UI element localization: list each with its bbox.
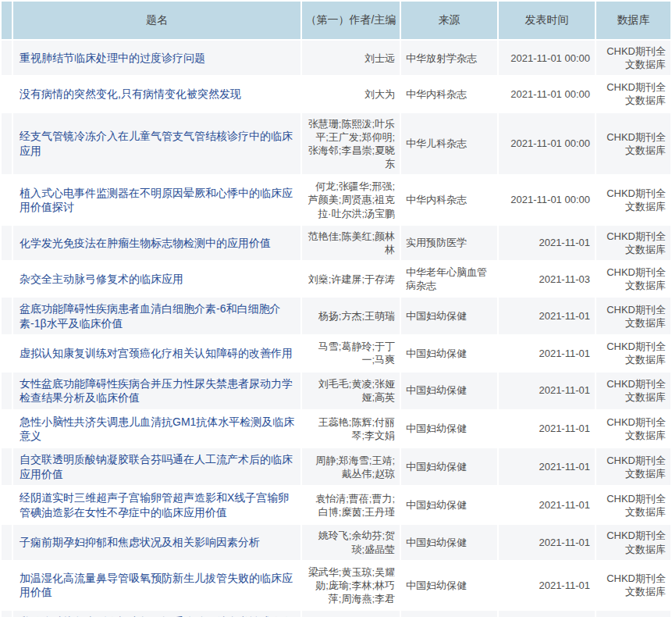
author-cell: 刘毛毛;黄凌;张娅娅;高英 — [302, 373, 400, 409]
source-cell: 中国妇幼保健 — [401, 298, 497, 334]
table-row: 虚拟认知康复训练对宫颈癌化疗相关认知障碍的改善作用马雪;葛静玲;于丁一;马爽中国… — [2, 336, 670, 370]
row-selector-cell — [2, 176, 12, 223]
table-row: 经阴道实时三维超声子宫输卵管超声造影和X线子宫输卵管碘油造影在女性不孕症中的临床… — [2, 487, 670, 523]
article-title-cell: 加温湿化高流量鼻导管吸氧预防新生儿拔管失败的临床应用价值 — [13, 562, 300, 609]
row-selector-cell — [2, 41, 12, 75]
date-cell: 2021-11-01 — [499, 487, 595, 523]
article-title-cell: 虚拟认知康复训练对宫颈癌化疗相关认知障碍的改善作用 — [13, 336, 300, 370]
database-cell: CHKD期刊全文数据库 — [596, 226, 670, 260]
column-header-date: 发表时间 — [499, 2, 595, 39]
article-title-link[interactable]: 杂交全主动脉弓修复术的临床应用 — [20, 273, 183, 285]
article-title-link[interactable]: 急性小脑性共济失调患儿血清抗GM1抗体水平检测及临床意义 — [20, 415, 294, 442]
author-cell: 黄健民;贾利平;骆喜燕;吴恺东 — [302, 611, 400, 617]
article-title-link[interactable]: 重视肺结节临床处理中的过度诊疗问题 — [20, 52, 205, 64]
table-body: 重视肺结节临床处理中的过度诊疗问题刘士远中华放射学杂志2021-11-01 00… — [2, 41, 670, 617]
database-cell: CHKD期刊全文数据库 — [596, 41, 670, 75]
row-selector-cell — [2, 336, 12, 370]
database-cell: CHKD期刊全文数据库 — [596, 487, 670, 523]
search-results-table: 题名 （第一）作者/主编 来源 发表时间 数据库 重视肺结节临床处理中的过度诊疗… — [0, 0, 672, 617]
row-selector-cell — [2, 411, 12, 448]
date-cell: 2021-11-01 — [499, 226, 595, 260]
source-cell: 中国妇幼保健 — [401, 448, 497, 485]
table-row: 自交联透明质酸钠凝胶联合芬吗通在人工流产术后的临床应用价值周静;郑海雪;王靖;戴… — [2, 448, 670, 485]
article-title-cell: 没有病情的突然变化,只有病情变化被突然发现 — [13, 77, 300, 111]
article-title-link[interactable]: 虚拟认知康复训练对宫颈癌化疗相关认知障碍的改善作用 — [20, 347, 293, 359]
source-cell: 中国妇幼保健 — [401, 611, 497, 617]
date-cell: 2021-11-01 — [499, 411, 595, 448]
date-cell: 2021-11-01 00:00 — [499, 77, 595, 111]
selector-column-header — [2, 2, 12, 39]
article-title-link[interactable]: 自交联透明质酸钠凝胶联合芬吗通在人工流产术后的临床应用价值 — [20, 453, 293, 480]
source-cell: 中国妇幼保健 — [401, 373, 497, 409]
column-header-database: 数据库 — [596, 2, 670, 39]
row-selector-cell — [2, 562, 12, 609]
table-row: 化学发光免疫法在肿瘤生物标志物检测中的应用价值范艳佳;陈美红;颜林林实用预防医学… — [2, 226, 670, 260]
column-header-title: 题名 — [13, 2, 300, 39]
column-header-source: 来源 — [401, 2, 497, 39]
date-cell: 2021-11-01 — [499, 611, 595, 617]
source-cell: 中华老年心脑血管病杂志 — [401, 262, 497, 296]
database-cell: CHKD期刊全文数据库 — [596, 562, 670, 609]
database-cell: CHKD期刊全文数据库 — [596, 448, 670, 485]
source-cell: 中华内科杂志 — [401, 176, 497, 223]
database-cell: CHKD期刊全文数据库 — [596, 525, 670, 559]
author-cell: 梁武华;黄玉琼;吴耀勋;庞瑜;李林;林巧萍;周海燕;李君 — [302, 562, 400, 609]
author-cell: 周静;郑海雪;王靖;戴丛伟;赵琼 — [302, 448, 400, 485]
row-selector-cell — [2, 298, 12, 334]
date-cell: 2021-11-01 — [499, 525, 595, 559]
column-header-author: （第一）作者/主编 — [302, 2, 400, 39]
table-row: 加温湿化高流量鼻导管吸氧预防新生儿拔管失败的临床应用价值梁武华;黄玉琼;吴耀勋;… — [2, 562, 670, 609]
table-row: 经支气管镜冷冻介入在儿童气管支气管结核诊疗中的临床应用张慧珊;陈熙泼;叶乐平;王… — [2, 113, 670, 175]
article-title-cell: 经阴道实时三维超声子宫输卵管超声造影和X线子宫输卵管碘油造影在女性不孕症中的临床… — [13, 487, 300, 523]
article-title-cell: 乳腺小肿块超声影像报告与数据系统特征结合弹性成像在早期乳腺癌诊断中的价值研究 — [13, 611, 300, 617]
table-row: 没有病情的突然变化,只有病情变化被突然发现刘大为中华内科杂志2021-11-01… — [2, 77, 670, 111]
table-row: 女性盆底功能障碍性疾病合并压力性尿失禁患者尿动力学检查结果分析及临床价值刘毛毛;… — [2, 373, 670, 409]
row-selector-cell — [2, 611, 12, 617]
article-title-link[interactable]: 没有病情的突然变化,只有病情变化被突然发现 — [20, 87, 241, 100]
source-cell: 中国妇幼保健 — [401, 562, 497, 609]
row-selector-cell — [2, 262, 12, 296]
table-row: 盆底功能障碍性疾病患者血清白细胞介素-6和白细胞介素-1β水平及临床价值杨扬;方… — [2, 298, 670, 334]
source-cell: 中华内科杂志 — [401, 77, 497, 111]
database-cell: CHKD期刊全文数据库 — [596, 176, 670, 223]
table-header: 题名 （第一）作者/主编 来源 发表时间 数据库 — [2, 2, 670, 39]
row-selector-cell — [2, 525, 12, 559]
article-title-link[interactable]: 女性盆底功能障碍性疾病合并压力性尿失禁患者尿动力学检查结果分析及临床价值 — [20, 377, 293, 404]
database-cell: CHKD期刊全文数据库 — [596, 373, 670, 409]
author-cell: 王蕊艳;陈辉;付丽琴;李文娟 — [302, 411, 400, 448]
article-title-link[interactable]: 经阴道实时三维超声子宫输卵管超声造影和X线子宫输卵管碘油造影在女性不孕症中的临床… — [20, 491, 289, 518]
row-selector-cell — [2, 113, 12, 175]
date-cell: 2021-11-01 — [499, 298, 595, 334]
source-cell: 实用预防医学 — [401, 226, 497, 260]
author-cell: 袁怡清;曹蓓;曹力;白博;糜茵;王丹瑾 — [302, 487, 400, 523]
article-title-cell: 女性盆底功能障碍性疾病合并压力性尿失禁患者尿动力学检查结果分析及临床价值 — [13, 373, 300, 409]
row-selector-cell — [2, 487, 12, 523]
article-title-link[interactable]: 加温湿化高流量鼻导管吸氧预防新生儿拔管失败的临床应用价值 — [20, 572, 293, 598]
source-cell: 中国妇幼保健 — [401, 487, 497, 523]
article-title-cell: 自交联透明质酸钠凝胶联合芬吗通在人工流产术后的临床应用价值 — [13, 448, 300, 485]
date-cell: 2021-11-01 00:00 — [499, 41, 595, 75]
table-row: 重视肺结节临床处理中的过度诊疗问题刘士远中华放射学杂志2021-11-01 00… — [2, 41, 670, 75]
article-title-link[interactable]: 子痫前期孕妇抑郁和焦虑状况及相关影响因素分析 — [20, 536, 260, 548]
date-cell: 2021-11-01 00:00 — [499, 176, 595, 223]
article-title-cell: 植入式心电事件监测器在不明原因晕厥和心悸中的临床应用价值探讨 — [13, 176, 300, 223]
author-cell: 杨扬;方杰;王萌瑞 — [302, 298, 400, 334]
article-title-cell: 子痫前期孕妇抑郁和焦虑状况及相关影响因素分析 — [13, 525, 300, 559]
article-title-link[interactable]: 植入式心电事件监测器在不明原因晕厥和心悸中的临床应用价值探讨 — [20, 187, 293, 213]
author-cell: 刘大为 — [302, 77, 400, 111]
author-cell: 范艳佳;陈美红;颜林林 — [302, 226, 400, 260]
date-cell: 2021-11-01 — [499, 448, 595, 485]
row-selector-cell — [2, 226, 12, 260]
table-row: 植入式心电事件监测器在不明原因晕厥和心悸中的临床应用价值探讨何龙;张疆华;邢强;… — [2, 176, 670, 223]
article-title-link[interactable]: 盆底功能障碍性疾病患者血清白细胞介素-6和白细胞介素-1β水平及临床价值 — [20, 302, 280, 329]
database-cell: CHKD期刊全文数据库 — [596, 77, 670, 111]
article-title-link[interactable]: 经支气管镜冷冻介入在儿童气管支气管结核诊疗中的临床应用 — [20, 130, 293, 156]
author-cell: 姚玲飞;余幼芬;贺琰;盛晶莹 — [302, 525, 400, 559]
date-cell: 2021-11-01 — [499, 562, 595, 609]
database-cell: CHKD期刊全文数据库 — [596, 113, 670, 175]
source-cell: 中国妇幼保健 — [401, 411, 497, 448]
article-title-link[interactable]: 化学发光免疫法在肿瘤生物标志物检测中的应用价值 — [20, 237, 271, 249]
row-selector-cell — [2, 448, 12, 485]
author-cell: 何龙;张疆华;邢强;芦颜美;周贤惠;祖克拉·吐尔洪;汤宝鹏 — [302, 176, 400, 223]
article-title-cell: 化学发光免疫法在肿瘤生物标志物检测中的应用价值 — [13, 226, 300, 260]
